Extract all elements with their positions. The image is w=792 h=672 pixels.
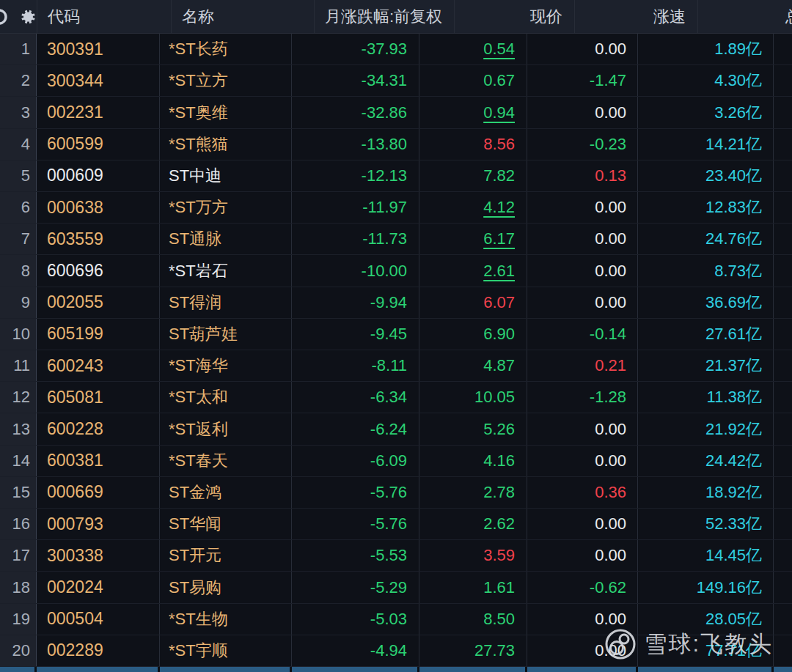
stock-name[interactable]: *ST长药 (160, 34, 292, 64)
column-header-market-cap[interactable]: 总市值 (698, 0, 792, 33)
column-header-speed[interactable]: 涨速 (575, 0, 698, 33)
table-row[interactable]: 10 605199 ST葫芦娃 -9.45 6.90 -0.14 27.61亿 (0, 319, 792, 350)
table-row[interactable]: 8 600696 *ST岩石 -10.00 2.61 0.00 8.73亿 (0, 255, 792, 287)
sync-icon[interactable] (0, 7, 13, 27)
stock-code[interactable]: 605081 (37, 382, 160, 413)
bottom-bar-segment (0, 667, 37, 672)
market-cap: 21.37亿 (638, 350, 774, 381)
row-filler (774, 477, 792, 508)
change-speed: 0.21 (527, 350, 638, 381)
table-row[interactable]: 20 002289 *ST宇顺 -4.94 27.73 0.00 77.71亿 (0, 635, 792, 667)
stock-name[interactable]: *ST海华 (160, 350, 292, 381)
table-row[interactable]: 15 000669 ST金鸿 -5.76 2.78 0.36 18.92亿 (0, 477, 792, 509)
table-row[interactable]: 3 002231 *ST奥维 -32.86 0.94 0.00 3.26亿 (0, 97, 792, 128)
stock-name[interactable]: ST葫芦娃 (160, 319, 292, 350)
stock-code[interactable]: 002289 (37, 635, 160, 666)
bottom-bar-segment (638, 667, 774, 672)
stock-code[interactable]: 000504 (37, 604, 160, 635)
stock-name[interactable]: *ST春天 (160, 446, 292, 476)
stock-name[interactable]: *ST奥维 (160, 97, 292, 128)
row-filler (774, 446, 792, 476)
stock-name[interactable]: *ST万方 (160, 192, 292, 223)
table-row[interactable]: 12 605081 *ST太和 -6.34 10.05 -1.28 11.38亿 (0, 382, 792, 413)
monthly-change: -9.94 (292, 287, 419, 318)
table-row[interactable]: 16 000793 ST华闻 -5.76 2.62 0.00 52.33亿 (0, 509, 792, 540)
bottom-bar-segment (774, 667, 792, 672)
market-cap: 24.42亿 (638, 446, 774, 476)
stock-code[interactable]: 600696 (37, 255, 160, 286)
current-price: 6.17 (419, 224, 527, 254)
stock-name[interactable]: *ST生物 (160, 604, 292, 635)
market-cap: 77.71亿 (638, 635, 774, 666)
row-filler (774, 319, 792, 350)
table-row[interactable]: 4 600599 *ST熊猫 -13.80 8.56 -0.23 14.21亿 (0, 129, 792, 160)
row-filler (774, 160, 792, 191)
table-row[interactable]: 11 600243 *ST海华 -8.11 4.87 0.21 21.37亿 (0, 350, 792, 382)
stock-code[interactable]: 605199 (37, 319, 160, 350)
current-price: 6.90 (419, 319, 527, 350)
current-price: 8.50 (419, 604, 527, 635)
bottom-bar-segment (160, 667, 292, 672)
column-header-price[interactable]: 现价 (455, 0, 575, 33)
stock-name[interactable]: *ST太和 (160, 382, 292, 413)
table-row[interactable]: 18 002024 ST易购 -5.29 1.61 -0.62 149.16亿 (0, 572, 792, 603)
stock-code[interactable]: 600599 (37, 129, 160, 160)
change-speed: 0.00 (527, 635, 638, 666)
column-header-code[interactable]: 代码 (37, 0, 172, 33)
table-row[interactable]: 14 600381 *ST春天 -6.09 4.16 0.00 24.42亿 (0, 446, 792, 477)
change-speed: 0.00 (527, 287, 638, 318)
stock-code[interactable]: 000638 (37, 192, 160, 223)
column-header-name[interactable]: 名称 (172, 0, 315, 33)
table-row[interactable]: 9 002055 ST得润 -9.94 6.07 0.00 36.69亿 (0, 287, 792, 319)
monthly-change: -9.45 (292, 319, 419, 350)
stock-name[interactable]: *ST熊猫 (160, 129, 292, 160)
bottom-bar-segment (292, 667, 419, 672)
stock-name[interactable]: ST金鸿 (160, 477, 292, 508)
table-row[interactable]: 13 600228 *ST返利 -6.24 5.26 0.00 21.92亿 (0, 413, 792, 445)
stock-name[interactable]: *ST岩石 (160, 255, 292, 286)
stock-code[interactable]: 000609 (37, 160, 160, 191)
stock-code[interactable]: 002055 (37, 287, 160, 318)
table-row[interactable]: 19 000504 *ST生物 -5.03 8.50 0.00 28.05亿 (0, 604, 792, 635)
stock-code[interactable]: 002024 (37, 572, 160, 602)
stock-name[interactable]: ST开元 (160, 540, 292, 571)
column-header-change[interactable]: 月涨跌幅:前复权 (315, 0, 455, 33)
stock-code[interactable]: 000669 (37, 477, 160, 508)
table-row[interactable]: 7 603559 ST通脉 -11.73 6.17 0.00 24.76亿 (0, 224, 792, 255)
stock-code[interactable]: 300338 (37, 540, 160, 571)
stock-name[interactable]: ST中迪 (160, 160, 292, 191)
stock-name[interactable]: *ST宇顺 (160, 635, 292, 666)
stock-name[interactable]: *ST立方 (160, 65, 292, 96)
stock-code[interactable]: 600228 (37, 413, 160, 444)
stock-code[interactable]: 002231 (37, 97, 160, 128)
change-speed: 0.00 (527, 604, 638, 635)
table-row[interactable]: 6 000638 *ST万方 -11.97 4.12 0.00 12.83亿 (0, 192, 792, 224)
row-filler (774, 604, 792, 635)
table-row[interactable]: 1 300391 *ST长药 -37.93 0.54 0.00 1.89亿 (0, 34, 792, 65)
stock-name[interactable]: ST易购 (160, 572, 292, 602)
table-row[interactable]: 5 000609 ST中迪 -12.13 7.82 0.13 23.40亿 (0, 160, 792, 192)
row-index: 19 (0, 604, 37, 635)
stock-code[interactable]: 603559 (37, 224, 160, 254)
change-speed: 0.00 (527, 224, 638, 254)
change-speed: 0.00 (527, 509, 638, 539)
row-index: 16 (0, 509, 37, 539)
stock-code[interactable]: 300344 (37, 65, 160, 96)
stock-code[interactable]: 000793 (37, 509, 160, 539)
market-cap: 28.05亿 (638, 604, 774, 635)
stock-name[interactable]: ST通脉 (160, 224, 292, 254)
stock-name[interactable]: ST得润 (160, 287, 292, 318)
market-cap: 1.89亿 (638, 34, 774, 64)
table-row[interactable]: 2 300344 *ST立方 -34.31 0.67 -1.47 4.30亿 (0, 65, 792, 97)
stock-ranking-table: 代码 名称 月涨跌幅:前复权 现价 涨速 总市值 1 300391 *ST长药 … (0, 0, 792, 672)
table-row[interactable]: 17 300338 ST开元 -5.53 3.59 0.00 14.45亿 (0, 540, 792, 572)
change-speed: 0.00 (527, 255, 638, 286)
stock-name[interactable]: ST华闻 (160, 509, 292, 539)
monthly-change: -6.34 (292, 382, 419, 413)
stock-code[interactable]: 600381 (37, 446, 160, 476)
gear-icon[interactable] (18, 7, 37, 26)
stock-code[interactable]: 300391 (37, 34, 160, 64)
row-filler (774, 192, 792, 223)
stock-code[interactable]: 600243 (37, 350, 160, 381)
stock-name[interactable]: *ST返利 (160, 413, 292, 444)
